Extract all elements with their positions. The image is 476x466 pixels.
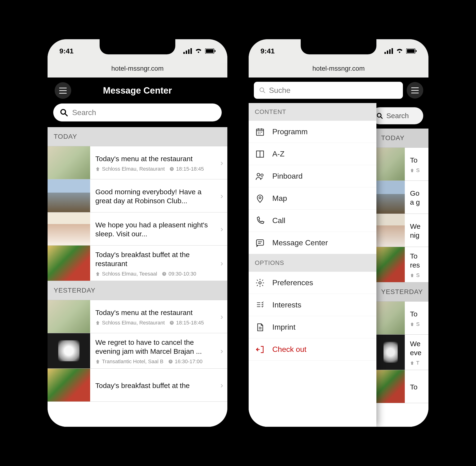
phone-message-center: 9:41 hotel-mssngr.com Message Center TOD…: [48, 39, 227, 427]
chevron-right-icon: ›: [220, 146, 227, 179]
message-title: Today's menu at the restaurant: [95, 154, 216, 163]
search-icon: [376, 113, 383, 119]
app-header: Message Center: [48, 78, 227, 104]
drawer-item-call[interactable]: Call: [249, 210, 376, 232]
drawer-item-preferences[interactable]: Preferences: [249, 272, 376, 294]
clock-icon: [162, 271, 167, 276]
status-icons: [384, 48, 417, 54]
svg-point-26: [257, 173, 260, 176]
battery-icon: [406, 48, 417, 54]
drawer-item-map[interactable]: Map: [249, 187, 376, 210]
location-icon: [95, 320, 100, 325]
drawer-search[interactable]: [254, 82, 403, 99]
message-list[interactable]: TODAY Today's menu at the restaurant Sch…: [48, 127, 227, 427]
clock-icon: [168, 359, 173, 364]
drawer-item-az[interactable]: A-Z: [249, 143, 376, 165]
svg-line-8: [65, 113, 67, 116]
menu-button[interactable]: [407, 82, 423, 99]
chevron-right-icon: ›: [220, 179, 227, 212]
wifi-icon: [396, 48, 403, 54]
message-row[interactable]: Today's breakfast buffet at the ›: [48, 369, 227, 402]
message-location: Schloss Elmau, Teesaal: [102, 271, 157, 277]
message-title: Good morning everybody! Have a great day…: [95, 187, 216, 205]
drawer-item-label: Interests: [272, 301, 301, 309]
svg-rect-16: [391, 48, 393, 54]
battery-icon: [205, 48, 216, 54]
signal-icon: [183, 48, 192, 54]
drawer-item-label: Map: [272, 194, 287, 203]
svg-rect-13: [384, 52, 386, 54]
svg-point-27: [261, 174, 263, 176]
search-icon: [60, 108, 68, 116]
svg-line-23: [381, 117, 383, 119]
svg-rect-5: [206, 49, 213, 53]
gear-icon: [255, 278, 265, 288]
section-header-today: TODAY: [48, 127, 227, 146]
svg-rect-19: [416, 50, 417, 52]
map-pin-icon: [255, 194, 265, 203]
message-row[interactable]: We regret to have to cancel the evening …: [48, 333, 227, 369]
search-bar-wrap: [48, 104, 227, 127]
checklist-icon: [255, 300, 265, 310]
message-title: Today's menu at the restaurant: [95, 308, 216, 317]
clock-icon: [169, 320, 174, 325]
svg-rect-29: [256, 240, 264, 245]
status-time: 9:41: [59, 47, 73, 55]
people-icon: [255, 172, 265, 181]
drawer-top-bar: [249, 78, 428, 103]
svg-point-30: [259, 282, 261, 284]
chevron-right-icon: ›: [220, 333, 227, 368]
drawer-item-interests[interactable]: Interests: [249, 294, 376, 316]
section-header-yesterday: YESTERDAY: [48, 281, 227, 300]
browser-url: hotel-mssngr.com: [249, 63, 428, 78]
document-icon: [255, 323, 265, 332]
message-row[interactable]: Today's breakfast buffet at the restaura…: [48, 245, 227, 281]
clock-icon: [169, 167, 174, 171]
location-icon: [95, 167, 100, 171]
message-thumbnail: [48, 179, 90, 212]
search-bar[interactable]: Search: [371, 107, 423, 124]
drawer-item-label: Pinboard: [272, 172, 303, 181]
drawer-search-input[interactable]: [269, 86, 398, 95]
search-input[interactable]: [72, 108, 215, 117]
message-row[interactable]: Today's menu at the restaurant Schloss E…: [48, 300, 227, 333]
message-time: 18:15-18:45: [176, 166, 204, 172]
message-icon: [255, 238, 265, 248]
message-row[interactable]: Good morning everybody! Have a great day…: [48, 179, 227, 212]
message-time: 16:30-17:00: [175, 359, 203, 365]
drawer-item-checkout[interactable]: Check out: [249, 338, 376, 361]
message-title: We regret to have to cancel the evening …: [95, 338, 216, 356]
drawer-item-imprint[interactable]: Imprint: [249, 316, 376, 338]
search-bar[interactable]: [53, 104, 222, 121]
svg-rect-15: [389, 49, 391, 54]
message-thumbnail: [48, 369, 90, 401]
drawer-item-label: Imprint: [272, 323, 295, 332]
status-icons: [183, 48, 216, 54]
svg-rect-0: [183, 52, 185, 54]
svg-rect-3: [190, 48, 192, 54]
chevron-right-icon: ›: [220, 300, 227, 333]
search-icon: [259, 87, 266, 93]
svg-rect-18: [407, 49, 415, 53]
drawer-item-label: Programm: [272, 127, 307, 136]
message-row[interactable]: Today's menu at the restaurant Schloss E…: [48, 146, 227, 179]
page-title: Message Center: [55, 86, 220, 96]
message-row[interactable]: We hope you had a pleasent night's sleep…: [48, 212, 227, 245]
svg-rect-6: [215, 50, 216, 52]
svg-point-28: [259, 197, 261, 198]
message-thumbnail: [48, 333, 90, 368]
phone-drawer-open: 9:41 hotel-mssngr.com Search TODAY To: [249, 39, 428, 427]
logout-icon: [255, 345, 265, 354]
svg-point-22: [377, 113, 381, 117]
message-time: 18:15-18:45: [176, 320, 204, 326]
browser-url: hotel-mssngr.com: [48, 63, 227, 78]
svg-line-21: [263, 91, 265, 93]
drawer-item-label: Message Center: [272, 238, 328, 247]
location-icon: [95, 271, 100, 276]
drawer-item-programm[interactable]: Programm: [249, 121, 376, 143]
drawer-item-pinboard[interactable]: Pinboard: [249, 165, 376, 187]
drawer-item-message-center[interactable]: Message Center: [249, 232, 376, 254]
book-icon: [255, 149, 265, 159]
drawer-content-area: Search TODAY ToS Go a g We nig To resS Y…: [249, 103, 428, 427]
message-location: Schloss Elmau, Restaurant: [102, 320, 165, 326]
